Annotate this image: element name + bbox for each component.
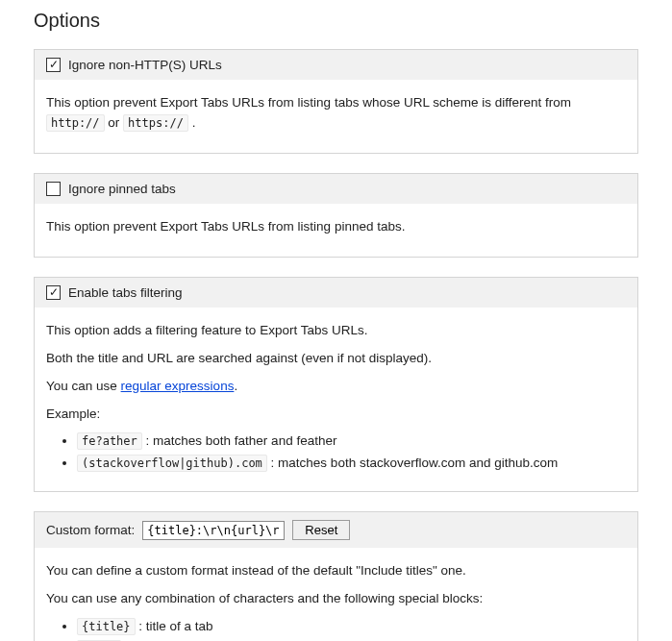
- desc-filtering-3-post: .: [234, 379, 237, 393]
- code-https: https://: [123, 114, 188, 132]
- list-item: fe?ather : matches both father and feath…: [77, 431, 626, 452]
- section-body-custom-format: You can define a custom format instead o…: [35, 548, 637, 641]
- example-text-2: : matches both stackoverflow.com and git…: [267, 456, 558, 470]
- desc-filtering-1: This option adds a filtering feature to …: [46, 321, 626, 341]
- custom-format-label: Custom format:: [46, 523, 135, 537]
- desc-ignore-pinned: This option prevent Export Tabs URLs fro…: [46, 217, 626, 237]
- section-body-ignore-pinned: This option prevent Export Tabs URLs fro…: [35, 204, 637, 257]
- section-header-ignore-http: Ignore non-HTTP(S) URLs: [35, 50, 637, 80]
- checkbox-filtering[interactable]: [46, 285, 61, 300]
- section-ignore-http: Ignore non-HTTP(S) URLs This option prev…: [34, 49, 638, 154]
- section-ignore-pinned: Ignore pinned tabs This option prevent E…: [34, 173, 638, 258]
- section-header-ignore-pinned: Ignore pinned tabs: [35, 174, 637, 204]
- block-code-title: {title}: [77, 618, 136, 635]
- desc-ignore-http-period: .: [192, 115, 196, 130]
- label-ignore-http: Ignore non-HTTP(S) URLs: [68, 58, 222, 72]
- custom-blocks-list: {title} : title of a tab {url} : URL of …: [46, 617, 626, 641]
- block-text-title: : title of a tab: [136, 619, 213, 633]
- code-http: http://: [46, 114, 105, 132]
- section-header-filtering: Enable tabs filtering: [35, 278, 637, 308]
- checkbox-ignore-http[interactable]: [46, 58, 61, 72]
- checkbox-ignore-pinned[interactable]: [46, 182, 61, 196]
- section-body-filtering: This option adds a filtering feature to …: [35, 308, 637, 492]
- filtering-example-list: fe?ather : matches both father and feath…: [46, 431, 626, 474]
- reset-button[interactable]: Reset: [292, 520, 350, 540]
- desc-custom-1: You can define a custom format instead o…: [46, 561, 626, 581]
- regex-link[interactable]: regular expressions: [121, 379, 235, 393]
- desc-filtering-3-pre: You can use: [46, 379, 121, 393]
- label-filtering: Enable tabs filtering: [68, 285, 183, 300]
- example-text-1: : matches both father and feather: [142, 433, 337, 448]
- section-filtering: Enable tabs filtering This option adds a…: [34, 277, 638, 493]
- list-item: (stackoverflow|github).com : matches bot…: [77, 454, 626, 474]
- desc-custom-2: You can use any combination of character…: [46, 589, 626, 609]
- section-body-ignore-http: This option prevent Export Tabs URLs fro…: [35, 80, 637, 153]
- desc-filtering-2: Both the title and URL are searched agai…: [46, 349, 626, 369]
- desc-ignore-http-pre: This option prevent Export Tabs URLs fro…: [46, 95, 571, 110]
- page-title: Options: [34, 10, 638, 32]
- section-custom-format: Custom format: Reset You can define a cu…: [34, 511, 638, 641]
- custom-format-header: Custom format: Reset: [35, 512, 637, 548]
- custom-format-input[interactable]: [142, 521, 285, 540]
- example-code-2: (stackoverflow|github).com: [77, 455, 267, 472]
- label-ignore-pinned: Ignore pinned tabs: [68, 182, 176, 196]
- filtering-example-label: Example:: [46, 405, 626, 425]
- list-item: {title} : title of a tab: [77, 617, 626, 637]
- example-code-1: fe?ather: [77, 432, 142, 450]
- desc-ignore-http-or: or: [108, 115, 123, 130]
